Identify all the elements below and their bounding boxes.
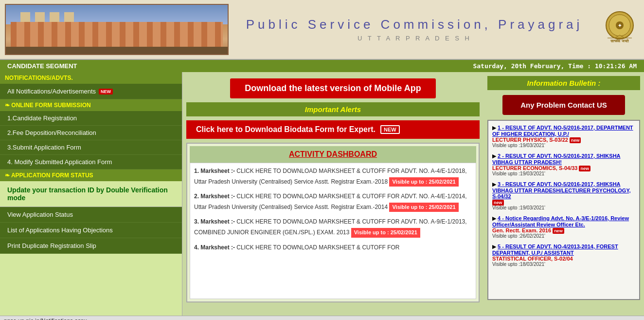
sidebar-item-view-status[interactable]: View Application Status [0,207,182,223]
biodata-btn-label: Click here to Download Biodata Form for … [196,125,376,134]
emblem: ✦ सत्यमेव जयते [600,11,639,49]
bulletin-new-3: new [492,199,635,205]
sidebar-item-submit[interactable]: 3.Submit Application Form [0,140,182,155]
url-text: ppsc.up.nic.in/Notifications.aspx [4,318,87,320]
url-bar: ppsc.up.nic.in/Notifications.aspx [0,316,644,320]
bulletin-link-5[interactable]: 5 - RESULT OF ADVT. NO-4/2013-2014, FORE… [492,244,618,256]
bulletin-box[interactable]: ▶ 1 - RESULT OF ADVT. NO-5/2016-2017, DE… [487,120,640,300]
bulletin-item-5[interactable]: ▶ 5 - RESULT OF ADVT. NO-4/2013-2014, FO… [492,244,635,267]
activity-item-1: 1. Marksheet :- CLICK HERE TO DOWNLOAD M… [194,167,472,187]
important-alerts-label: Important Alerts [305,105,361,113]
bulletin-visible-5: Visible upto :18/03/2021' [492,262,635,267]
download-mobile-app-button[interactable]: Download the latest version of Mobile Ap… [230,78,435,98]
activity-visible-3: Visible up to : 25/02/2021 [351,228,420,237]
building-image [5,4,229,55]
new-badge-biodata: NEW [380,125,400,134]
right-panel: Information Bulletin : Any Problem Conta… [483,72,644,316]
bulletin-link-2[interactable]: 2 - RESULT OF ADVT. NO-5/2016-2017, SHIK… [492,153,621,165]
svg-text:✦: ✦ [618,23,622,28]
activity-item-4: 4. Marksheet :- CLICK HERE TO DOWNLOAD M… [194,244,472,252]
header: Public Service Commission, Prayagraj U T… [0,0,644,60]
bulletin-item-2[interactable]: ▶ 2 - RESULT OF ADVT. NO-5/2016-2017, SH… [492,153,635,176]
activity-content[interactable]: 1. Marksheet :- CLICK HERE TO DOWNLOAD M… [190,163,476,299]
contact-us-button[interactable]: Any Problem Contact US [502,95,625,115]
info-bulletin-label: Information Bulletin : [527,79,601,87]
activity-visible-1: Visible up to : 25/02/2021 [389,177,458,187]
datetime-display: Saturday, 20th February, Time : 10:21:26… [473,62,637,70]
bulletin-visible-3: Visible upto :19/03/2021' [492,205,635,210]
biodata-download-button[interactable]: Click here to Download Biodata Form for … [186,120,480,139]
sidebar-item-list-objections[interactable]: List of Applications Having Objections [0,223,182,238]
sidebar-item-fee[interactable]: 2.Fee Deposition/Reconciliation [0,126,182,140]
bulletin-item-4[interactable]: ▶ 4 - Notice Regarding Advt. No. A-3/E-1… [492,215,635,239]
activity-title: ACTIVITY DASHBOARD [190,146,476,163]
sidebar-item-print-duplicate[interactable]: Print Duplicate Registration Slip [0,238,182,254]
app-status-header: ❧ APPLICATION FORM STATUS [0,169,182,181]
sidebar-item-modify[interactable]: 4. Modify Submitted Application Form [0,155,182,169]
candidate-label: CANDIDATE SEGMENT [7,62,77,70]
bulletin-sub-5: STATISTICAL OFFICER, S-02/04 [492,256,635,262]
sidebar: NOTIFICATIONS/ADVTS. All Notifications/A… [0,72,182,316]
site-title-main: Public Service Commission, Prayagraj [238,17,590,32]
bulletin-link-4[interactable]: 4 - Notice Regarding Advt. No. A-3/E-1/2… [492,215,629,227]
activity-visible-2: Visible up to : 25/02/2021 [389,203,458,212]
site-title: Public Service Commission, Prayagraj U T… [229,17,600,42]
bulletin-visible-2: Visible upto :19/03/2021' [492,171,635,176]
activity-item-3: 3. Marksheet :- CLICK HERE TO DOWNLOAD M… [194,218,472,237]
important-alerts-bar: Important Alerts [186,102,480,116]
candidate-bar: CANDIDATE SEGMENT Saturday, 20th Februar… [0,60,644,72]
bulletin-visible-4: Visible upto :26/02/2021' [492,233,635,239]
emblem-icon: ✦ सत्यमेव जयते [603,11,637,47]
center-content: Download the latest version of Mobile Ap… [182,72,483,316]
sidebar-item-update-transaction[interactable]: Update your transaction ID by Double Ver… [0,181,182,207]
all-notif-label: All Notifications/Advertisements [7,88,96,95]
bulletin-item-3[interactable]: ▶ 3 - RESULT OF ADVT. NO-5/2016-2017, SH… [492,181,635,210]
sidebar-item-candidate-reg[interactable]: 1.Candidate Registration [0,111,182,126]
bulletin-link-1[interactable]: 1 - RESULT OF ADVT. NO-5/2016-2017, DEPA… [492,125,633,137]
svg-text:सत्यमेव जयते: सत्यमेव जयते [610,38,628,43]
bulletin-visible-1: Visible upto :19/03/2021' [492,143,635,148]
activity-item-2: 2. Marksheet :- CLICK HERE TO DOWNLOAD M… [194,192,472,212]
bulletin-item-1[interactable]: ▶ 1 - RESULT OF ADVT. NO-5/2016-2017, DE… [492,125,635,148]
new-badge-notif: NEW [99,89,113,94]
info-bulletin-bar: Information Bulletin : [487,76,640,90]
bulletin-link-3[interactable]: 3 - RESULT OF ADVT. NO-5/2016-2017, SHIK… [492,181,631,199]
all-notifications-item[interactable]: All Notifications/Advertisements NEW [0,84,182,99]
bulletin-sub-2: LECTURER ECONOMICS, S-04/33 new [492,165,635,171]
activity-box: ACTIVITY DASHBOARD 1. Marksheet :- CLICK… [186,143,480,302]
notif-section-header[interactable]: NOTIFICATIONS/ADVTS. [0,72,182,84]
bulletin-sub-4: Gen. Rectt. Exam. 2016 new [492,227,635,233]
site-subtitle: U T T A R P R A D E S H [238,35,590,42]
bulletin-sub-1: LECTURER PHYSICS, S-03/22 new [492,137,635,143]
online-form-header: ❧ ONLINE FORM SUBMISSION [0,99,182,111]
